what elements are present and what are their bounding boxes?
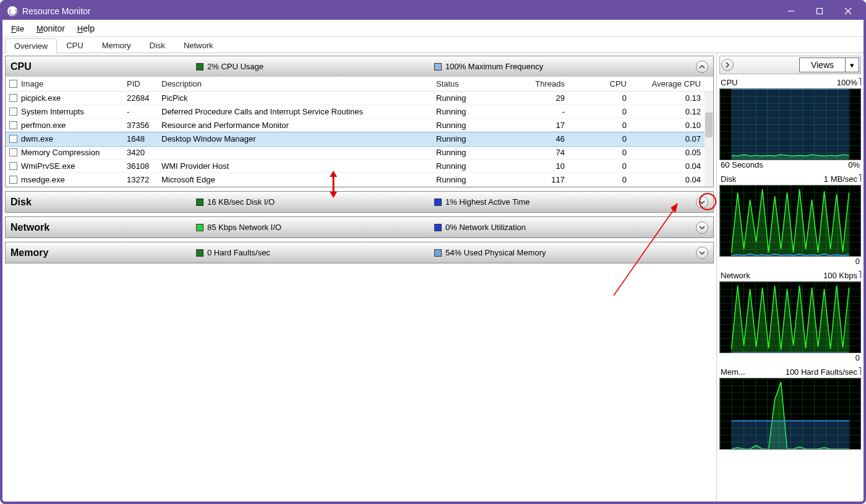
select-all-checkbox[interactable] [9,80,17,88]
menu-help[interactable]: Help [71,22,101,35]
row-checkbox[interactable] [9,94,17,102]
maximize-button[interactable] [805,2,834,20]
right-pane: Views ▾ CPU100% 60 Seconds0% Disk1 MB/se… [716,53,864,502]
cell-pid: 22684 [123,93,158,103]
chart-cpu-max: 100% [837,78,857,87]
tab-overview[interactable]: Overview [5,38,57,53]
cell-cpu: 0 [568,161,630,171]
cell-status: Running [432,107,500,116]
views-bar: Views ▾ [719,56,861,74]
collapse-button-cpu[interactable] [696,61,708,73]
col-desc[interactable]: Description [158,79,432,88]
row-checkbox[interactable] [9,162,17,170]
table-row[interactable]: System Interrupts-Deferred Procedure Cal… [6,105,713,119]
tab-network[interactable]: Network [174,38,223,53]
app-icon [7,6,17,16]
table-row[interactable]: dwm.exe1648Desktop Window ManagerRunning… [6,132,713,146]
chart-disk-canvas [719,185,861,257]
titlebar[interactable]: Resource Monitor [2,2,864,20]
table-row[interactable]: perfmon.exe37356Resource and Performance… [6,119,713,132]
tab-disk[interactable]: Disk [140,38,174,53]
cell-status: Running [432,148,500,157]
row-checkbox[interactable] [9,148,17,156]
cell-pid: - [123,107,158,116]
table-row[interactable]: WmiPrvSE.exe36108WMI Provider HostRunnin… [6,160,713,173]
expand-button-memory[interactable] [696,247,708,259]
cell-pid: 1648 [123,134,158,143]
col-pid[interactable]: PID [123,79,158,88]
chart-cpu-label: CPU [721,78,737,87]
table-row[interactable]: picpick.exe22684PicPickRunning2900.13 [6,92,713,105]
cpu-max-freq-stat: 100% Maximum Frequency [434,62,696,71]
section-title-cpu: CPU [11,61,196,72]
table-header: Image PID Description Status Threads CPU… [6,77,713,92]
window-title: Resource Monitor [22,6,91,16]
menu-file[interactable]: File [5,22,30,35]
row-checkbox[interactable] [9,108,17,116]
section-cpu: CPU 2% CPU Usage 100% Maximum Frequency … [5,56,714,187]
svg-rect-1 [817,9,823,14]
col-threads[interactable]: Threads [500,79,568,88]
section-header-disk[interactable]: Disk 16 KB/sec Disk I/O 1% Highest Activ… [6,192,713,212]
chart-network-label: Network [721,271,750,280]
cell-status: Running [432,134,500,143]
chart-cpu: CPU100% 60 Seconds0% [719,77,861,171]
table-row[interactable]: Memory Compression3420Running7400.05 [6,146,713,160]
chart-cpu-canvas [719,88,861,160]
disk-active-time-swatch [434,199,442,206]
cell-pid: 37356 [123,121,158,130]
section-header-network[interactable]: Network 85 Kbps Network I/O 0% Network U… [6,217,713,237]
chart-network-max: 100 Kbps [823,271,857,280]
tab-cpu[interactable]: CPU [57,38,92,53]
cell-desc: PicPick [158,93,432,103]
row-checkbox[interactable] [9,135,17,143]
row-checkbox[interactable] [9,176,17,184]
close-button[interactable] [834,2,862,20]
table-row[interactable]: msedge.exe13272Microsoft EdgeRunning1170… [6,173,713,187]
section-header-cpu[interactable]: CPU 2% CPU Usage 100% Maximum Frequency [6,56,713,77]
tab-memory[interactable]: Memory [93,38,140,53]
disk-active-time-stat: 1% Highest Active Time [434,197,696,207]
cpu-max-freq-swatch [434,63,442,70]
cell-desc: Desktop Window Manager [158,134,432,143]
cpu-usage-stat: 2% CPU Usage [196,62,434,71]
expand-button-network[interactable] [696,221,708,234]
memory-used-stat: 54% Used Physical Memory [434,248,696,257]
minimize-button[interactable] [777,2,805,20]
chart-disk-max: 1 MB/sec [824,174,857,184]
col-cpu[interactable]: CPU [568,79,630,88]
cell-image: picpick.exe [21,93,61,103]
content-area: CPU 2% CPU Usage 100% Maximum Frequency … [2,53,864,502]
section-memory: Memory 0 Hard Faults/sec 54% Used Physic… [5,242,714,263]
col-image[interactable]: Image [6,79,123,88]
vertical-scrollbar[interactable] [705,92,713,187]
section-header-memory[interactable]: Memory 0 Hard Faults/sec 54% Used Physic… [6,242,713,263]
collapse-side-pane-button[interactable] [721,59,734,71]
cell-image: msedge.exe [21,175,65,184]
menu-monitor[interactable]: Monitor [30,22,71,35]
cell-cpu: 0 [568,107,630,116]
scrollbar-thumb[interactable] [705,113,713,137]
views-dropdown[interactable]: Views ▾ [799,58,859,72]
chart-disk-min: 0 [855,257,860,266]
row-checkbox[interactable] [9,121,17,129]
chart-memory: Mem...100 Hard Faults/sec [719,366,861,450]
cell-image: perfmon.exe [21,121,66,130]
menu-bar: File Monitor Help [2,20,864,37]
chart-disk: Disk1 MB/sec 0 [719,173,861,267]
cell-cpu: 0 [568,175,630,184]
network-util-stat: 0% Network Utilization [434,223,696,232]
cell-acpu: 0.13 [630,93,705,103]
col-status[interactable]: Status [432,79,500,88]
cell-threads: 17 [500,121,568,130]
network-io-swatch [196,224,204,231]
cell-threads: 29 [500,93,568,103]
col-acpu[interactable]: Average CPU [630,79,705,88]
expand-button-disk[interactable] [696,196,708,208]
cell-status: Running [432,121,500,130]
cell-image: dwm.exe [21,134,53,143]
cell-threads: 74 [500,148,568,157]
cell-threads: 46 [500,134,568,143]
cell-acpu: 0.04 [630,175,705,184]
network-util-swatch [434,224,442,231]
